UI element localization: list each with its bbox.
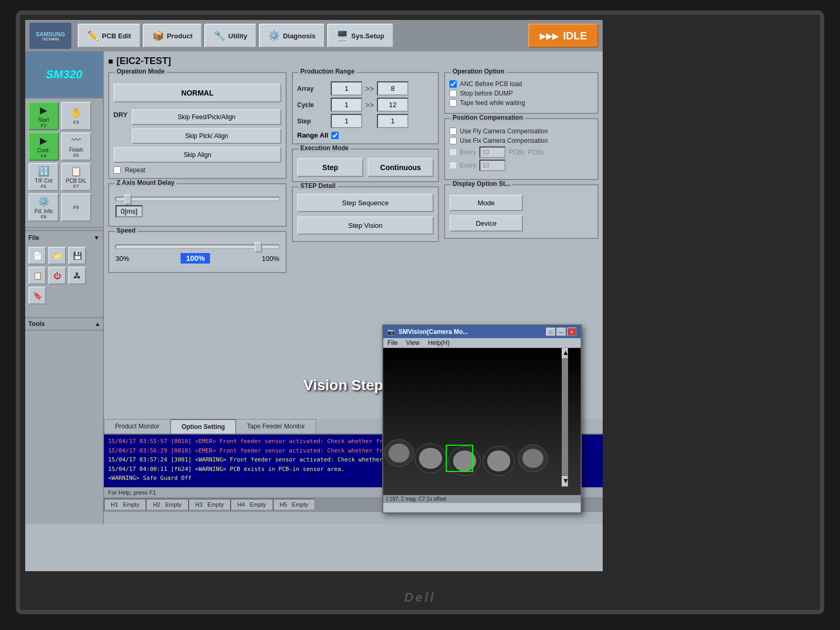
pcb-edit-icon: ✏️ [87, 30, 99, 41]
repeat-label: Repeat [125, 166, 145, 174]
brand-logo: SAMSUNG TECHWIN [29, 23, 71, 49]
scrollbar-down-button[interactable]: ▼ [562, 476, 568, 487]
step-vision-button[interactable]: Step Vision [297, 216, 434, 235]
file-new-button[interactable]: 📄 [28, 247, 46, 265]
mode-button[interactable]: Mode [449, 195, 523, 211]
page-title: ■ [EIC2-TEST] [108, 56, 598, 67]
fly-camera-label: Use Fly Camera Compensation [460, 128, 548, 135]
popup-minimize-button[interactable]: — [556, 328, 566, 336]
tf-cnt-button[interactable]: 🔢 T/F Cnt F6 [28, 163, 59, 191]
vision-scrollbar-v[interactable]: ▲ ▼ [562, 348, 568, 487]
skip-align-button[interactable]: Skip Align [113, 147, 281, 163]
file-save-button[interactable]: 💾 [68, 247, 86, 265]
sidebar-buttons: ▶ Start F2 ✋ F3 ▶ Cont. F4 〰 Finish F5 [25, 99, 103, 225]
popup-title-left: 📷 SMVision(Camera Mo... [387, 328, 468, 335]
popup-close-button[interactable]: × [567, 328, 576, 336]
power-button[interactable]: ⏻ [48, 267, 66, 285]
tab-product-monitor[interactable]: Product Monitor [104, 419, 171, 434]
status-h2: H2 Empty [146, 499, 188, 510]
anc-before-row: ANC Before PCB load [449, 80, 593, 88]
diagnosis-button[interactable]: ⚙️ Diagnosis [259, 24, 325, 48]
display-option-title: Display Option St... [450, 180, 512, 187]
vision-image [383, 348, 581, 495]
f9-button[interactable]: F9 [61, 193, 91, 222]
idle-label: IDLE [563, 30, 587, 42]
popup-file-menu[interactable]: File [387, 339, 397, 346]
device-button[interactable]: Device [449, 215, 523, 232]
file-open-button[interactable]: 📁 [48, 247, 66, 265]
pcb-edit-button[interactable]: ✏️ PCB Edit [78, 24, 141, 48]
step-exec-button[interactable]: Step [297, 158, 363, 177]
title-text: [EIC2-TEST] [117, 56, 171, 67]
array-to-input[interactable]: 8 [377, 81, 408, 96]
cycle-to-input[interactable]: 12 [377, 98, 408, 112]
operation-option-title: Operation Option [450, 68, 507, 75]
tools-expand-icon[interactable]: ▲ [94, 320, 101, 328]
finish-button[interactable]: 〰 Finish F5 [61, 132, 91, 161]
utility-icon: 🔧 [214, 30, 225, 41]
step-from-input[interactable]: 1 [331, 114, 362, 128]
skip-feed-button[interactable]: Skip Feed/Pick/Align [132, 109, 281, 125]
file-expand-icon[interactable]: ▼ [93, 234, 100, 242]
idle-button[interactable]: ▶▶▶ IDLE [528, 24, 598, 48]
pcb-dl-icon: 📋 [70, 165, 82, 177]
scrollbar-up-button[interactable]: ▲ [562, 348, 568, 359]
repeat-checkbox[interactable] [113, 166, 121, 174]
every1-row: Every PCBs PCBs [449, 146, 593, 158]
z-axis-value: 0[ms] [116, 205, 143, 217]
z-axis-slider-track[interactable] [116, 197, 279, 201]
tape-feed-row: Tape feed while waiting [449, 99, 593, 107]
hand-button[interactable]: ✋ F3 [61, 102, 91, 130]
popup-restore-button[interactable]: □ [546, 328, 555, 336]
product-button[interactable]: 📦 Product [143, 24, 202, 48]
network-button[interactable]: 🖧 [68, 267, 86, 285]
fix-camera-checkbox[interactable] [449, 137, 457, 144]
speed-min: 30% [116, 255, 129, 262]
left-sidebar: SM320 ▶ Start F2 ✋ F3 ▶ Cont. F4 [25, 51, 104, 524]
popup-help-menu[interactable]: Help(H) [428, 339, 449, 346]
every1-input[interactable] [479, 146, 506, 158]
z-axis-slider-thumb[interactable] [124, 194, 132, 205]
cycle-from-input[interactable]: 1 [331, 98, 362, 112]
popup-view-menu[interactable]: View [406, 339, 419, 346]
file-copy-button[interactable]: 📋 [28, 267, 46, 285]
normal-button[interactable]: NORMAL [113, 83, 281, 102]
every1-unit: PCBs [509, 149, 525, 156]
cycle-label: Cycle [297, 101, 329, 109]
execution-mode-title: Execution Mode [298, 144, 351, 152]
tab-tape-feeder-monitor[interactable]: Tape Feeder Monitor [236, 419, 316, 434]
sys-setup-button[interactable]: 🖥️ Sys.Setup [327, 24, 394, 48]
speed-slider-thumb[interactable] [255, 242, 262, 253]
anc-before-checkbox[interactable] [449, 80, 457, 88]
start-button[interactable]: ▶ Start F2 [28, 102, 59, 130]
tab-option-setting[interactable]: Option Setting [171, 419, 236, 434]
diagnosis-icon: ⚙️ [268, 30, 280, 41]
pd-info-button[interactable]: ⚙️ Pd. Info F8 [28, 193, 59, 222]
skip-pick-button[interactable]: Skip Pick/ Align [132, 128, 281, 144]
svg-point-9 [522, 449, 543, 468]
array-from-input[interactable]: 1 [331, 81, 362, 96]
stop-before-checkbox[interactable] [449, 90, 457, 97]
continuous-button[interactable]: Continuous [368, 158, 434, 177]
cont-button[interactable]: ▶ Cont. F4 [28, 132, 59, 161]
speed-group: Speed 30% 100% 100% [108, 231, 287, 273]
dry-label: DRY [113, 111, 128, 119]
model-name: SM320 [46, 68, 82, 81]
pcb-dl-button[interactable]: 📋 PCB D/L F7 [61, 163, 91, 191]
speed-slider-track[interactable] [116, 245, 279, 249]
operation-option-group: Operation Option ANC Before PCB load Sto… [444, 72, 598, 114]
fly-camera-checkbox[interactable] [449, 128, 457, 135]
svg-point-6 [419, 448, 442, 469]
range-all-checkbox[interactable] [331, 132, 339, 139]
extra-button[interactable]: 🔖 [28, 287, 46, 304]
tape-feed-checkbox[interactable] [449, 99, 457, 107]
anc-before-label: ANC Before PCB load [460, 80, 522, 88]
step-sequence-button[interactable]: Step Sequence [297, 194, 434, 212]
step-to-input[interactable]: 1 [377, 114, 408, 128]
z-axis-group: Z Axis Mount Delay 0[ms] [108, 183, 287, 227]
pcbs-label: PCBs [528, 149, 544, 156]
every2-input[interactable] [479, 160, 506, 171]
file-section: File ▼ [25, 230, 103, 245]
status-h4: H4 Empty [230, 499, 272, 510]
utility-button[interactable]: 🔧 Utility [204, 24, 257, 48]
